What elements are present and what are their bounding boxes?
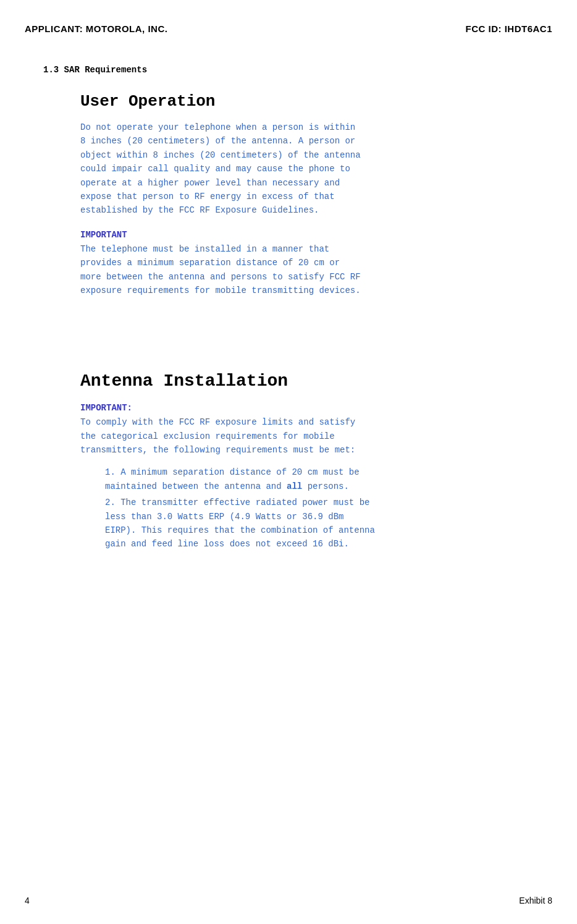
page-container: APPLICANT: MOTOROLA, INC. FCC ID: IHDT6A…	[0, 0, 577, 924]
antenna-important-label: IMPORTANT:	[80, 403, 534, 413]
page-number: 4	[25, 896, 30, 905]
important-body: The telephone must be installed in a man…	[80, 242, 534, 298]
footer: 4 Exhibit 8	[0, 896, 577, 905]
user-operation-section: User Operation Do not operate your telep…	[80, 92, 534, 297]
antenna-intro-body: To comply with the FCC RF exposure limit…	[80, 415, 534, 457]
antenna-list: 1. A minimum separation distance of 20 c…	[105, 465, 534, 551]
fcc-id: FCC ID: IHDT6AC1	[465, 23, 552, 34]
antenna-list-item1: 1. A minimum separation distance of 20 c…	[105, 465, 534, 493]
antenna-installation-section: Antenna Installation IMPORTANT: To compl…	[80, 371, 534, 551]
main-content: 1.3 SAR Requirements User Operation Do n…	[25, 40, 552, 551]
exhibit-label: Exhibit 8	[519, 896, 552, 905]
all-bold: all	[287, 481, 302, 491]
user-operation-body: Do not operate your telephone when a per…	[80, 121, 534, 218]
antenna-installation-heading: Antenna Installation	[80, 371, 534, 391]
user-operation-heading: User Operation	[80, 92, 534, 111]
applicant-name: APPLICANT: MOTOROLA, INC.	[25, 23, 167, 34]
section-gap	[43, 316, 534, 365]
antenna-list-item2: 2. The transmitter effective radiated po…	[105, 496, 534, 551]
important-label: IMPORTANT	[80, 230, 534, 240]
section-title: 1.3 SAR Requirements	[43, 65, 534, 75]
header: APPLICANT: MOTOROLA, INC. FCC ID: IHDT6A…	[25, 12, 552, 40]
